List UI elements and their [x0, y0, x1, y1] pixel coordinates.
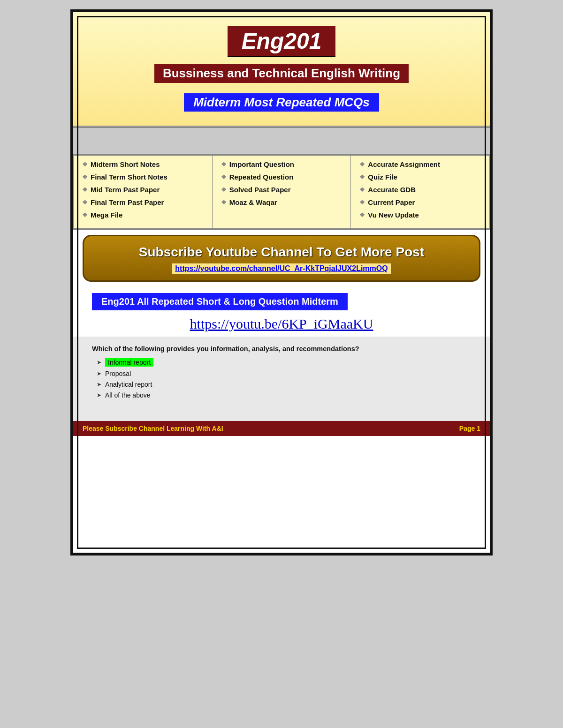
list-item: Quiz File — [359, 173, 481, 181]
page: Eng201 Bussiness and Technical English W… — [70, 9, 493, 555]
correct-answer: Informal report — [105, 358, 153, 367]
list-item: Important Question — [221, 160, 342, 168]
answer-item: Informal report — [97, 358, 471, 367]
answer-item: Analytical report — [97, 381, 471, 388]
list-item: Final Term Short Notes — [82, 173, 204, 181]
list-item: Accurate Assignment — [359, 160, 481, 168]
footer-text: Please Subscribe Channel Learning With A… — [83, 425, 223, 432]
course-code: Eng201 — [228, 26, 336, 57]
list-item: Mid Term Past Paper — [82, 186, 204, 194]
gray-band — [73, 127, 490, 155]
table-col1: Midterm Short NotesFinal Term Short Note… — [74, 156, 213, 229]
answer-list: Informal reportProposalAnalytical report… — [92, 358, 471, 399]
list-item: Midterm Short Notes — [82, 160, 204, 168]
subscribe-banner: Subscribe Youtube Channel To Get More Po… — [83, 235, 480, 282]
question-text: Which of the following provides you info… — [92, 345, 471, 353]
list-item: Mega File — [82, 211, 204, 219]
footer-page: Page 1 — [459, 425, 480, 432]
list-item: Vu New Update — [359, 211, 481, 219]
answer-item: All of the above — [97, 391, 471, 399]
table-col2: Important QuestionRepeated QuestionSolve… — [212, 156, 351, 229]
list-item: Solved Past Paper — [221, 186, 342, 194]
yt-link[interactable]: https://youtu.be/6KP_iGMaaKU — [83, 316, 480, 332]
answer-item: Proposal — [97, 370, 471, 377]
table-col3: Accurate AssignmentQuiz FileAccurate GDB… — [351, 156, 490, 229]
featured-title: Eng201 All Repeated Short & Long Questio… — [92, 293, 348, 310]
list-item: Current Paper — [359, 198, 481, 206]
footer: Please Subscribe Channel Learning With A… — [73, 421, 490, 436]
header-section: Eng201 Bussiness and Technical English W… — [73, 12, 490, 127]
content-area: Lec Which of the following provides you … — [73, 337, 490, 421]
list-item: Repeated Question — [221, 173, 342, 181]
subtitle: Midterm Most Repeated MCQs — [184, 93, 379, 112]
list-item: Accurate GDB — [359, 186, 481, 194]
course-title: Bussiness and Technical English Writing — [154, 64, 409, 83]
subscribe-title: Subscribe Youtube Channel To Get More Po… — [98, 245, 465, 260]
list-item: Moaz & Waqar — [221, 198, 342, 206]
list-item: Final Term Past Paper — [82, 198, 204, 206]
table-section: Midterm Short NotesFinal Term Short Note… — [73, 155, 490, 230]
subscribe-link[interactable]: https://youtube.com/channel/UC_Ar-KkTPqj… — [172, 263, 390, 274]
